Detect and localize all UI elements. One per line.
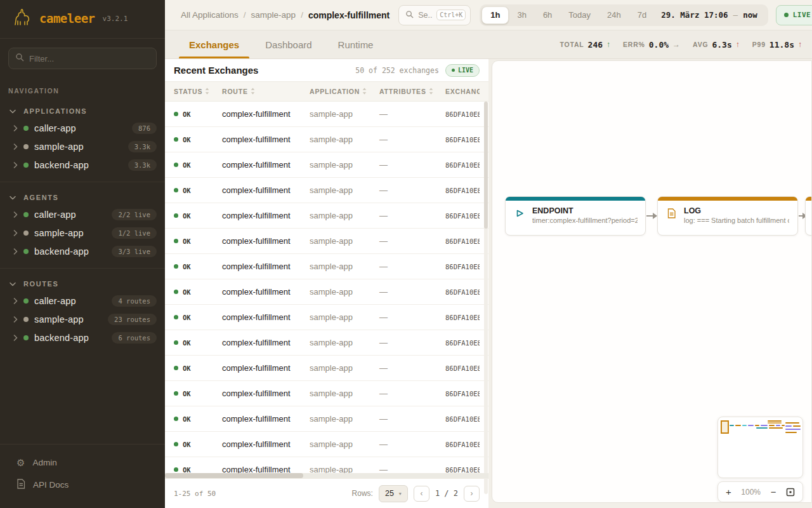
ok-dot-icon [174,137,178,142]
zoom-out-button[interactable]: − [771,487,776,497]
exchange-id-cell: 86DFA10E8D [445,237,480,245]
sidebar-filter[interactable] [8,48,157,69]
trend-arrow-icon: → [672,40,680,49]
table-row[interactable]: OKcomplex-fulfillmentsample-app—86DFA10E… [165,356,488,381]
prev-page-button[interactable]: ‹ [414,486,429,502]
breadcrumb-separator: / [244,10,246,20]
time-range-7d[interactable]: 7d [629,6,655,24]
ok-dot-icon [174,290,178,294]
application-cell: sample-app [310,185,379,195]
table-row[interactable]: OKcomplex-fulfillmentsample-app—86DFA10E… [165,152,488,178]
route-flow-canvas[interactable]: ENDPOINT timer:complex-fulfillment?perio… [492,60,812,503]
sidebar-item-sample-app[interactable]: sample-app1/2 live [0,224,165,242]
flow-node-partial[interactable] [805,196,812,236]
tab-exchanges[interactable]: Exchanges [188,30,240,58]
status-cell: OK [174,339,222,347]
table-row[interactable]: OKcomplex-fulfillmentsample-app—86DFA10E… [165,254,488,279]
table-live-badge[interactable]: LIVE [445,64,480,77]
exchanges-panel: Recent Exchanges 50 of 252 exchanges LIV… [165,59,488,508]
sidebar-item-api-docs[interactable]: API Docs [0,473,165,497]
column-header-application[interactable]: APPLICATION [310,88,379,96]
attributes-cell: — [379,211,445,220]
column-header-exchange[interactable]: EXCHANGE [445,88,480,96]
table-row[interactable]: OKcomplex-fulfillmentsample-app—86DFA10E… [165,381,488,406]
date-range-display[interactable]: 29. März 17:06 — now [655,10,766,20]
breadcrumb-item[interactable]: complex-fulfillment [308,10,390,20]
table-row[interactable]: OKcomplex-fulfillmentsample-app—86DFA10E… [165,178,488,203]
attributes-cell: — [379,389,445,398]
column-header-attributes[interactable]: ATTRIBUTES [379,88,445,96]
main-area: All Applications/sample-app/complex-fulf… [165,0,812,508]
table-row[interactable]: OKcomplex-fulfillmentsample-app—86DFA10E… [165,406,488,432]
attributes-cell: — [379,465,445,473]
sidebar-item-caller-app[interactable]: caller-app876 [0,119,165,137]
section-header-applications[interactable]: APPLICATIONS [0,102,165,119]
sidebar-item-backend-app[interactable]: backend-app3.3k [0,156,165,174]
table-row[interactable]: OKcomplex-fulfillmentsample-app—86DFA10E… [165,305,488,330]
sidebar-item-caller-app[interactable]: caller-app4 routes [0,291,165,310]
filter-input[interactable] [29,54,150,64]
table-row[interactable]: OKcomplex-fulfillmentsample-app—86DFA10E… [165,203,488,229]
time-range-24h[interactable]: 24h [599,6,629,24]
time-range-1h[interactable]: 1h [481,6,509,24]
table-row[interactable]: OKcomplex-fulfillmentsample-app—86DFA10E… [165,127,488,152]
tab-dashboard[interactable]: Dashboard [264,30,313,58]
section-header-routes[interactable]: ROUTES [0,275,165,291]
flow-node-log[interactable]: LOG log: === Starting batch fulfillment … [657,196,798,236]
table-row[interactable]: OKcomplex-fulfillmentsample-app—86DFA10E… [165,102,488,127]
gear-icon: ⚙ [16,458,25,467]
table-row[interactable]: OKcomplex-fulfillmentsample-app—86DFA10E… [165,279,488,305]
time-range-6h[interactable]: 6h [535,6,560,24]
minimap-viewport[interactable] [721,420,729,434]
zoom-in-button[interactable]: + [726,487,731,497]
horizontal-scrollbar[interactable] [165,473,488,478]
table-row[interactable]: OKcomplex-fulfillmentsample-app—86DFA10E… [165,432,488,457]
column-header-route[interactable]: ROUTE [222,88,310,96]
flow-minimap[interactable] [717,417,803,478]
global-search[interactable]: Se... Ctrl+K [398,5,471,25]
next-page-button[interactable]: › [464,486,480,502]
table-live-label: LIVE [458,67,473,74]
status-value: OK [183,466,191,474]
fit-view-button[interactable] [786,488,795,497]
table-row[interactable]: OKcomplex-fulfillmentsample-app—86DFA10E… [165,229,488,254]
ok-dot-icon [174,163,178,167]
sidebar-item-sample-app[interactable]: sample-app23 routes [0,310,165,328]
column-header-status[interactable]: STATUS [174,88,222,96]
vertical-scrollbar-thumb[interactable] [484,102,488,229]
column-label: ATTRIBUTES [379,88,426,95]
live-toggle[interactable]: LIVE [776,5,812,25]
vertical-scrollbar[interactable] [484,102,488,494]
status-cell: OK [174,212,222,220]
status-cell: OK [174,187,222,194]
pagination-bar: 1-25 of 50 Rows: 25 ▾ ‹ 1 / 2 › [165,478,488,508]
table-row[interactable]: OKcomplex-fulfillmentsample-app—86DFA10E… [165,330,488,356]
section-header-agents[interactable]: AGENTS [0,189,165,205]
application-cell: sample-app [310,439,379,449]
sidebar-item-sample-app[interactable]: sample-app3.3k [0,137,165,156]
route-cell: complex-fulfillment [222,439,310,449]
chevron-down-icon [10,196,16,200]
time-range-3h[interactable]: 3h [509,6,534,24]
zoom-controls: + 100% − [717,481,803,502]
sidebar-item-caller-app[interactable]: caller-app2/2 live [0,205,165,224]
status-value: OK [183,441,191,448]
sidebar-item-backend-app[interactable]: backend-app6 routes [0,328,165,347]
horizontal-scrollbar-thumb[interactable] [165,473,303,478]
status-cell: OK [174,288,222,296]
pagination-range: 1-25 of 50 [174,490,216,498]
time-range-today[interactable]: Today [560,6,599,24]
stat-total: TOTAL246↑ [560,40,611,50]
breadcrumb-item[interactable]: All Applications [181,10,239,20]
status-value: OK [183,161,191,169]
stat-value: 6.3s [712,40,731,50]
rows-per-page-select[interactable]: 25 ▾ [379,485,408,502]
tab-runtime[interactable]: Runtime [337,30,375,58]
flow-node-endpoint[interactable]: ENDPOINT timer:complex-fulfillment?perio… [505,196,646,236]
sidebar-item-admin[interactable]: ⚙ Admin [0,452,165,473]
brand-header[interactable]: cameleer v3.2.1 [0,0,165,39]
item-badge: 876 [132,123,157,134]
table-row[interactable]: OKcomplex-fulfillmentsample-app—86DFA10E… [165,457,488,473]
sidebar-item-backend-app[interactable]: backend-app3/3 live [0,242,165,260]
breadcrumb-item[interactable]: sample-app [251,10,296,20]
